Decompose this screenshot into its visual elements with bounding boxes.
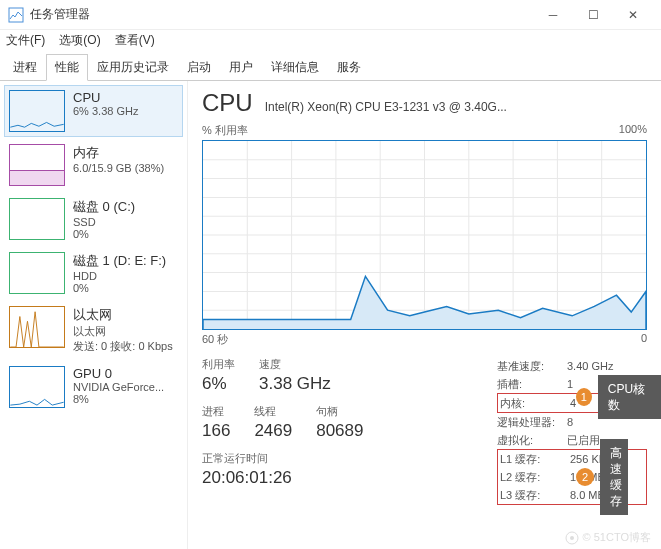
tab-startup[interactable]: 启动: [178, 54, 220, 81]
tab-performance[interactable]: 性能: [46, 54, 88, 81]
ethernet-thumb: [9, 306, 65, 348]
page-title: CPU: [202, 89, 253, 117]
sidebar-item-label: 磁盘 1 (D: E: F:): [73, 252, 178, 270]
sidebar: CPU6% 3.38 GHz 内存6.0/15.9 GB (38%) 磁盘 0 …: [0, 81, 188, 549]
callout-1: 1 CPU核数: [576, 375, 661, 419]
memory-thumb: [9, 144, 65, 186]
sidebar-item-label: 内存: [73, 144, 178, 162]
menu-view[interactable]: 查看(V): [115, 32, 155, 49]
sidebar-item-disk1[interactable]: 磁盘 1 (D: E: F:)HDD0%: [4, 247, 183, 299]
cpu-chart[interactable]: [202, 140, 647, 330]
gpu-thumb: [9, 366, 65, 408]
tab-users[interactable]: 用户: [220, 54, 262, 81]
watermark: © 51CTO博客: [565, 530, 651, 545]
sidebar-item-label: GPU 0: [73, 366, 178, 381]
app-icon: [8, 7, 24, 23]
tab-services[interactable]: 服务: [328, 54, 370, 81]
svg-point-20: [570, 536, 574, 540]
callout-2: 2 高速缓存: [576, 439, 628, 515]
minimize-button[interactable]: ─: [533, 0, 573, 30]
tab-details[interactable]: 详细信息: [262, 54, 328, 81]
sidebar-item-memory[interactable]: 内存6.0/15.9 GB (38%): [4, 139, 183, 191]
tabbar: 进程 性能 应用历史记录 启动 用户 详细信息 服务: [0, 53, 661, 81]
sidebar-item-ethernet[interactable]: 以太网以太网发送: 0 接收: 0 Kbps: [4, 301, 183, 359]
tab-processes[interactable]: 进程: [4, 54, 46, 81]
close-button[interactable]: ✕: [613, 0, 653, 30]
sidebar-item-label: 磁盘 0 (C:): [73, 198, 178, 216]
window-title: 任务管理器: [30, 6, 533, 23]
cpu-model: Intel(R) Xeon(R) CPU E3-1231 v3 @ 3.40G.…: [265, 100, 647, 114]
sidebar-item-label: 以太网: [73, 306, 178, 324]
menu-options[interactable]: 选项(O): [59, 32, 100, 49]
menubar: 文件(F) 选项(O) 查看(V): [0, 30, 661, 53]
cpu-thumb: [9, 90, 65, 132]
titlebar: 任务管理器 ─ ☐ ✕: [0, 0, 661, 30]
tab-app-history[interactable]: 应用历史记录: [88, 54, 178, 81]
disk-thumb: [9, 252, 65, 294]
sidebar-item-label: CPU: [73, 90, 178, 105]
sidebar-item-disk0[interactable]: 磁盘 0 (C:)SSD0%: [4, 193, 183, 245]
menu-file[interactable]: 文件(F): [6, 32, 45, 49]
maximize-button[interactable]: ☐: [573, 0, 613, 30]
sidebar-item-cpu[interactable]: CPU6% 3.38 GHz: [4, 85, 183, 137]
main-panel: CPU Intel(R) Xeon(R) CPU E3-1231 v3 @ 3.…: [188, 81, 661, 549]
disk-thumb: [9, 198, 65, 240]
sidebar-item-gpu[interactable]: GPU 0NVIDIA GeForce...8%: [4, 361, 183, 413]
